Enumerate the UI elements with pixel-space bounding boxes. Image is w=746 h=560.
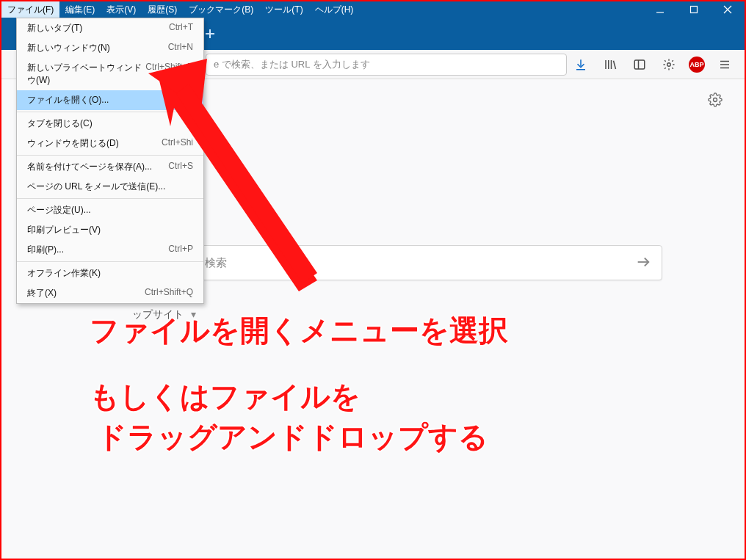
menu-item-label: ページ設定(U)... [27, 204, 91, 217]
library-button[interactable] [601, 55, 620, 74]
window-controls [643, 1, 745, 18]
menu-bookmarks[interactable]: ブックマーク(B) [183, 1, 259, 18]
menu-item-shortcut: Ctrl+P [168, 244, 193, 256]
menu-help[interactable]: ヘルプ(H) [309, 1, 360, 18]
menu-item-label: ページの URL をメールで送信(E)... [27, 181, 165, 193]
menu-item-label: ウィンドウを閉じる(D) [27, 137, 119, 150]
page-settings-button[interactable] [708, 92, 723, 109]
sidebar-icon [633, 58, 646, 71]
menu-item-label: 名前を付けてページを保存(A)... [27, 161, 152, 173]
menu-item-label: オフライン作業(K) [27, 267, 101, 280]
menu-item[interactable]: タブを閉じる(C) [17, 114, 203, 134]
search-go-icon[interactable] [635, 254, 651, 272]
annotation-line1: ファイルを開くメニューを選択 [90, 310, 508, 351]
menu-item-shortcut: Ctrl+Shi [162, 137, 193, 150]
menu-file[interactable]: ファイル(F) [1, 1, 59, 18]
menu-item[interactable]: 終了(X)Ctrl+Shift+Q [17, 283, 203, 303]
menu-item-shortcut: Ctrl+O [167, 94, 193, 106]
menu-item-label: タブを閉じる(C) [27, 117, 93, 130]
download-icon [574, 58, 587, 71]
menu-item[interactable]: 名前を付けてページを保存(A)...Ctrl+S [17, 157, 203, 177]
menu-item[interactable]: ページの URL をメールで送信(E)... [17, 177, 203, 197]
menu-item-label: 終了(X) [27, 287, 57, 299]
sidebar-button[interactable] [630, 55, 649, 74]
addon-button[interactable] [659, 55, 678, 74]
gear-icon [708, 92, 723, 107]
menu-item-label: 新しいタブ(T) [27, 22, 82, 34]
menu-item-shortcut: Ctrl+S [168, 161, 193, 173]
menu-item[interactable]: 印刷プレビュー(V) [17, 220, 203, 240]
hamburger-icon [718, 58, 731, 71]
menu-item[interactable]: 印刷(P)...Ctrl+P [17, 240, 203, 260]
hamburger-button[interactable] [715, 55, 734, 74]
svg-rect-10 [634, 60, 645, 69]
menu-item[interactable]: 新しいタブ(T)Ctrl+T [17, 18, 203, 38]
menu-history[interactable]: 履歴(S) [142, 1, 183, 18]
url-input[interactable]: e で検索、または URL を入力します [206, 54, 567, 76]
menubar: ファイル(F) 編集(E) 表示(V) 履歴(S) ブックマーク(B) ツール(… [1, 1, 745, 18]
minimize-icon [656, 5, 664, 14]
svg-point-12 [667, 62, 671, 66]
menu-item-label: 印刷プレビュー(V) [27, 224, 101, 236]
web-search-input[interactable]: ウェブを検索 [126, 245, 662, 280]
menu-item[interactable]: オフライン作業(K) [17, 263, 203, 283]
svg-line-9 [614, 60, 616, 68]
menu-item-label: 新しいプライベートウィンドウ(W) [27, 62, 145, 87]
downloads-button[interactable] [571, 55, 590, 74]
menu-item[interactable]: ウィンドウを閉じる(D)Ctrl+Shi [17, 134, 203, 153]
svg-rect-1 [691, 7, 698, 13]
menu-item-label: 印刷(P)... [27, 244, 64, 256]
menu-item-shortcut: Ctrl+N [168, 42, 193, 54]
menu-tools[interactable]: ツール(T) [259, 1, 308, 18]
close-icon [723, 5, 732, 14]
url-placeholder: e で検索、または URL を入力します [214, 58, 370, 71]
menu-edit[interactable]: 編集(E) [59, 1, 101, 18]
library-icon [604, 58, 617, 71]
svg-point-16 [714, 98, 717, 102]
maximize-button[interactable] [677, 1, 711, 18]
menu-view[interactable]: 表示(V) [101, 1, 142, 18]
gear-small-icon [662, 58, 676, 71]
menu-item[interactable]: 新しいプライベートウィンドウ(W)Ctrl+Shift+P [17, 58, 203, 90]
menu-item-shortcut: Ctrl+Shift+Q [145, 287, 193, 299]
menu-item-shortcut: Ctrl+T [169, 22, 193, 34]
annotation-line2: もしくはファイルを [90, 376, 361, 417]
menu-item-label: 新しいウィンドウ(N) [27, 42, 110, 54]
menu-item[interactable]: ページ設定(U)... [17, 200, 203, 220]
plus-icon [204, 28, 216, 40]
file-menu-dropdown: 新しいタブ(T)Ctrl+T新しいウィンドウ(N)Ctrl+N新しいプライベート… [16, 18, 204, 304]
abp-badge[interactable]: ABP [689, 57, 705, 73]
maximize-icon [689, 5, 698, 14]
close-button[interactable] [711, 1, 745, 18]
menu-item[interactable]: ファイルを開く(O)...Ctrl+O [17, 90, 203, 110]
menu-item[interactable]: 新しいウィンドウ(N)Ctrl+N [17, 38, 203, 58]
menu-item-label: ファイルを開く(O)... [27, 94, 109, 106]
menu-item-shortcut: Ctrl+Shift+P [145, 62, 193, 87]
annotation-line3: ドラッグアンドドロップする [97, 416, 488, 457]
abp-label: ABP [689, 61, 703, 68]
minimize-button[interactable] [643, 1, 677, 18]
